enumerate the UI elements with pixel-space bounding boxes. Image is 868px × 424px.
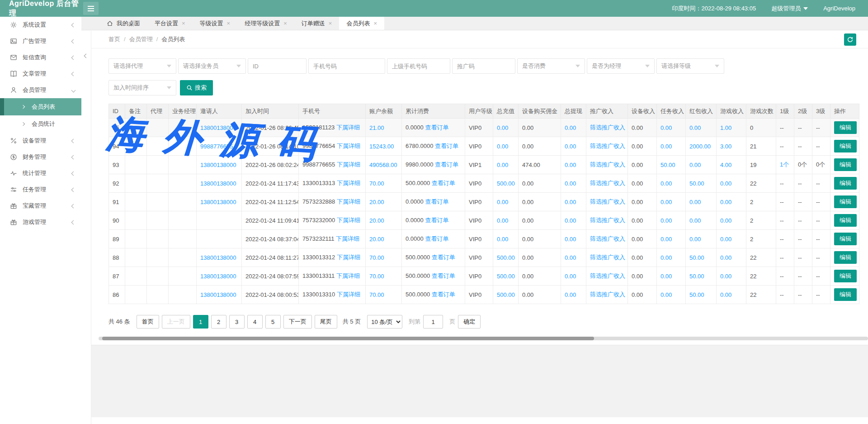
inviter-link[interactable]: 13800138000 — [200, 199, 236, 205]
sidebar-item-5[interactable]: 设备管理 — [0, 133, 81, 149]
page-button-4[interactable]: 4 — [247, 315, 263, 329]
sidebar-item-8[interactable]: 任务管理 — [0, 181, 81, 198]
goto-page-input[interactable] — [423, 315, 443, 329]
subordinate-detail-link[interactable]: 下属详细 — [336, 235, 359, 242]
next-page-button[interactable]: 下一页 — [283, 315, 312, 329]
view-order-link[interactable]: 查看订单 — [425, 235, 448, 242]
filter-promo-income-link[interactable]: 筛选推广收入 — [590, 161, 625, 168]
sidebar-subitem-会员统计[interactable]: 会员统计 — [0, 115, 81, 133]
sidebar-item-7[interactable]: 统计管理 — [0, 165, 81, 181]
close-icon[interactable]: × — [283, 20, 287, 27]
subordinate-detail-link[interactable]: 下属详细 — [337, 143, 360, 149]
close-icon[interactable]: × — [329, 20, 332, 27]
view-order-link[interactable]: 查看订单 — [435, 161, 458, 168]
first-page-button[interactable]: 首页 — [137, 315, 159, 329]
tab-等级设置[interactable]: 等级设置× — [193, 17, 238, 30]
page-button-3[interactable]: 3 — [229, 315, 245, 329]
view-order-link[interactable]: 查看订单 — [432, 291, 455, 298]
page-button-5[interactable]: 5 — [265, 315, 281, 329]
view-order-link[interactable]: 查看订单 — [432, 254, 455, 261]
tab-经理等级设置[interactable]: 经理等级设置× — [237, 17, 294, 30]
search-button[interactable]: 搜索 — [180, 80, 213, 95]
sidebar-item-3[interactable]: 文章管理 — [0, 66, 81, 82]
tab-会员列表[interactable]: 会员列表× — [339, 17, 384, 30]
filter-select-是否为经理[interactable]: 是否为经理 — [587, 58, 655, 74]
edit-button[interactable]: 编辑 — [834, 251, 857, 264]
view-order-link[interactable]: 查看订单 — [432, 180, 455, 186]
edit-button[interactable]: 编辑 — [834, 233, 857, 245]
role-dropdown[interactable]: 超级管理员 — [771, 5, 808, 13]
filter-select-是否消费[interactable]: 是否消费 — [517, 58, 585, 74]
view-order-link[interactable]: 查看订单 — [425, 198, 448, 205]
view-order-link[interactable]: 查看订单 — [425, 217, 448, 224]
filter-promo-income-link[interactable]: 筛选推广收入 — [590, 235, 625, 242]
inviter-link[interactable]: 13800138000 — [200, 291, 236, 298]
edit-button[interactable]: 编辑 — [834, 288, 857, 301]
view-order-link[interactable]: 查看订单 — [432, 272, 455, 279]
tab-订单赠送[interactable]: 订单赠送× — [294, 17, 340, 30]
edit-button[interactable]: 编辑 — [834, 195, 857, 208]
subordinate-detail-link[interactable]: 下属详细 — [337, 217, 360, 224]
edit-button[interactable]: 编辑 — [834, 140, 857, 152]
sidebar-item-2[interactable]: 短信查询 — [0, 49, 81, 66]
filter-promo-income-link[interactable]: 筛选推广收入 — [590, 254, 625, 261]
subordinate-detail-link[interactable]: 下属详细 — [337, 291, 360, 298]
inviter-link[interactable]: 13800138000 — [200, 162, 236, 168]
filter-select-请选择代理[interactable]: 请选择代理 — [108, 58, 176, 74]
sidebar-subitem-会员列表[interactable]: 会员列表 — [0, 98, 81, 115]
tab-我的桌面[interactable]: 我的桌面 — [99, 17, 147, 30]
sort-select[interactable]: 加入时间排序 — [108, 80, 176, 95]
inviter-link[interactable]: 13800138000 — [200, 124, 236, 131]
filter-promo-income-link[interactable]: 筛选推广收入 — [590, 217, 625, 224]
inviter-link[interactable]: 9988776655 — [200, 143, 233, 150]
horizontal-scrollbar[interactable] — [99, 337, 868, 340]
scrollbar-thumb[interactable] — [102, 337, 594, 340]
close-icon[interactable]: × — [227, 20, 231, 27]
subordinate-detail-link[interactable]: 下属详细 — [337, 161, 360, 168]
filter-input-field[interactable] — [392, 63, 445, 70]
edit-button[interactable]: 编辑 — [834, 121, 857, 134]
edit-button[interactable]: 编辑 — [834, 270, 857, 282]
edit-button[interactable]: 编辑 — [834, 158, 857, 171]
filter-input-field[interactable] — [253, 63, 302, 70]
inviter-link[interactable]: 13800138000 — [200, 180, 236, 187]
page-button-2[interactable]: 2 — [211, 315, 226, 329]
refresh-button[interactable] — [844, 33, 856, 46]
filter-promo-income-link[interactable]: 筛选推广收入 — [590, 180, 625, 186]
edit-button[interactable]: 编辑 — [834, 214, 857, 227]
sidebar-item-1[interactable]: 广告管理 — [0, 33, 81, 49]
sidebar-item-10[interactable]: 游戏管理 — [0, 214, 81, 230]
sidebar-item-6[interactable]: 财务管理 — [0, 149, 81, 165]
per-page-select[interactable]: 10 条/页 — [367, 315, 402, 329]
filter-promo-income-link[interactable]: 筛选推广收入 — [590, 272, 625, 279]
collapse-strip[interactable] — [81, 31, 91, 424]
view-order-link[interactable]: 查看订单 — [435, 143, 458, 149]
filter-input-field[interactable] — [313, 63, 380, 70]
subordinate-detail-link[interactable]: 下属详细 — [336, 272, 360, 279]
sidebar-item-0[interactable]: 系统设置 — [0, 17, 81, 33]
filter-promo-income-link[interactable]: 筛选推广收入 — [590, 124, 625, 131]
view-order-link[interactable]: 查看订单 — [425, 124, 448, 131]
tab-平台设置[interactable]: 平台设置× — [147, 17, 193, 30]
last-page-button[interactable]: 尾页 — [315, 315, 337, 329]
close-icon[interactable]: × — [373, 20, 377, 27]
filter-input-field[interactable] — [457, 63, 510, 70]
current-username[interactable]: AgriDevelop — [823, 5, 855, 12]
subordinate-detail-link[interactable]: 下属详细 — [337, 198, 360, 205]
subordinate-detail-link[interactable]: 下属详细 — [336, 124, 360, 131]
inviter-link[interactable]: 13800138000 — [200, 254, 236, 261]
close-icon[interactable]: × — [182, 20, 185, 27]
filter-select-请选择业务员[interactable]: 请选择业务员 — [178, 58, 246, 74]
filter-promo-income-link[interactable]: 筛选推广收入 — [590, 291, 625, 298]
inviter-link[interactable]: 13800138000 — [200, 273, 236, 280]
sidebar-item-4[interactable]: 会员管理 — [0, 82, 81, 98]
sidebar-item-9[interactable]: 宝藏管理 — [0, 198, 81, 214]
filter-promo-income-link[interactable]: 筛选推广收入 — [590, 143, 625, 149]
sidebar-toggle-icon[interactable] — [83, 2, 99, 15]
breadcrumb-item[interactable]: 首页 — [108, 36, 120, 43]
edit-button[interactable]: 编辑 — [834, 177, 857, 190]
subordinate-detail-link[interactable]: 下属详细 — [337, 254, 360, 261]
filter-promo-income-link[interactable]: 筛选推广收入 — [590, 198, 625, 205]
prev-page-button[interactable]: 上一页 — [162, 315, 190, 329]
filter-select-请选择等级[interactable]: 请选择等级 — [656, 58, 724, 74]
